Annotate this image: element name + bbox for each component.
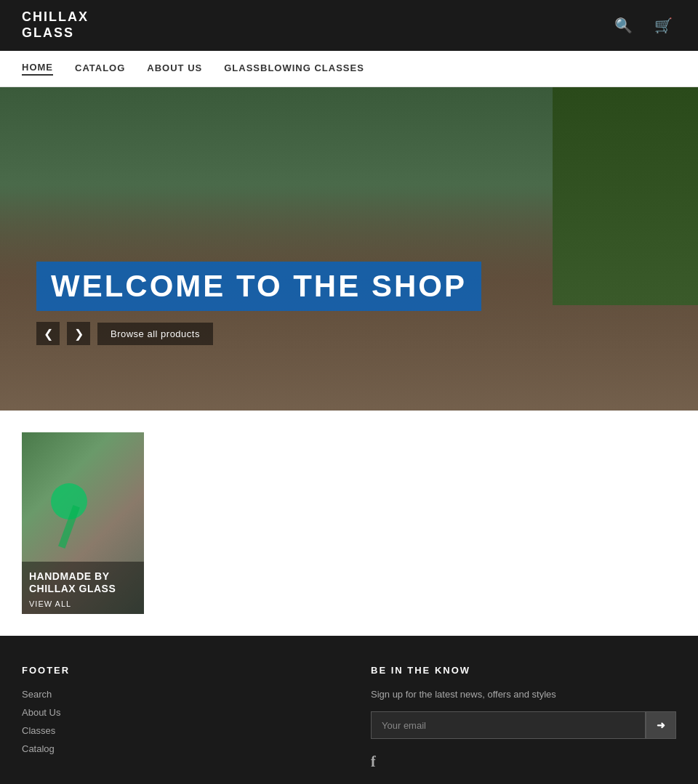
header-icons: 🔍 🛒 bbox=[611, 13, 676, 38]
site-logo[interactable]: CHILLAX GLASS bbox=[22, 9, 89, 41]
nav-item-home[interactable]: HOME bbox=[22, 62, 53, 76]
footer-link-about[interactable]: About Us bbox=[22, 707, 327, 718]
collection-card[interactable]: HANDMADE BY CHILLAX GLASS VIEW ALL bbox=[22, 432, 144, 614]
nav-item-catalog[interactable]: CATALOG bbox=[75, 62, 125, 75]
newsletter-heading: BE IN THE KNOW bbox=[371, 665, 676, 676]
hero-title: WELCOME TO THE SHOP bbox=[51, 269, 467, 304]
site-footer: FOOTER Search About Us Classes Catalog B… bbox=[0, 636, 698, 784]
footer-heading: FOOTER bbox=[22, 665, 327, 676]
search-button[interactable]: 🔍 bbox=[611, 13, 636, 38]
collections-section: HANDMADE BY CHILLAX GLASS VIEW ALL bbox=[0, 411, 698, 636]
nav-item-about[interactable]: ABOUT US bbox=[147, 62, 202, 75]
footer-link-search[interactable]: Search bbox=[22, 689, 327, 700]
footer-link-catalog[interactable]: Catalog bbox=[22, 743, 327, 754]
subscribe-button[interactable]: ➜ bbox=[646, 711, 676, 739]
collection-title: HANDMADE BY CHILLAX GLASS bbox=[29, 570, 137, 595]
newsletter-form: ➜ bbox=[371, 711, 676, 739]
footer-links-col: FOOTER Search About Us Classes Catalog bbox=[22, 665, 327, 770]
hero-controls: ❮ ❯ Browse all products bbox=[36, 322, 662, 345]
email-input[interactable] bbox=[371, 711, 646, 739]
hero-next-button[interactable]: ❯ bbox=[67, 322, 90, 345]
glass-art bbox=[44, 461, 102, 534]
hero-browse-button[interactable]: Browse all products bbox=[97, 323, 213, 345]
footer-grid: FOOTER Search About Us Classes Catalog B… bbox=[22, 665, 676, 770]
site-header: CHILLAX GLASS 🔍 🛒 bbox=[0, 0, 698, 51]
nav-item-classes[interactable]: GLASSBLOWING CLASSES bbox=[224, 62, 364, 75]
hero-section: WELCOME TO THE SHOP ❮ ❯ Browse all produ… bbox=[0, 87, 698, 411]
facebook-icon[interactable]: f bbox=[371, 753, 376, 769]
hero-content: WELCOME TO THE SHOP ❮ ❯ Browse all produ… bbox=[36, 262, 662, 345]
newsletter-description: Sign up for the latest news, offers and … bbox=[371, 689, 676, 700]
hero-prev-button[interactable]: ❮ bbox=[36, 322, 60, 345]
main-nav: HOME CATALOG ABOUT US GLASSBLOWING CLASS… bbox=[0, 51, 698, 87]
cart-button[interactable]: 🛒 bbox=[651, 13, 676, 38]
footer-newsletter-col: BE IN THE KNOW Sign up for the latest ne… bbox=[371, 665, 676, 770]
hero-title-bg: WELCOME TO THE SHOP bbox=[36, 262, 481, 311]
footer-link-classes[interactable]: Classes bbox=[22, 725, 327, 736]
collection-view-all[interactable]: VIEW ALL bbox=[29, 599, 137, 608]
collection-overlay: HANDMADE BY CHILLAX GLASS VIEW ALL bbox=[22, 562, 144, 614]
